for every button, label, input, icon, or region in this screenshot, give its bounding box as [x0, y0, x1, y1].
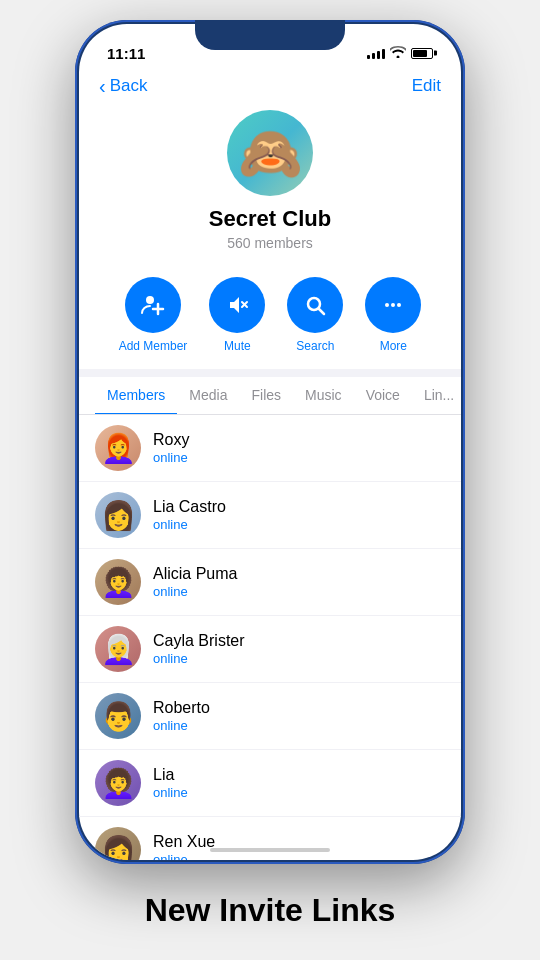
- group-members-count: 560 members: [227, 235, 313, 251]
- svg-point-8: [391, 303, 395, 307]
- list-item[interactable]: 👩‍🦰 Roxy online: [79, 415, 461, 482]
- member-name: Alicia Puma: [153, 565, 237, 583]
- mute-button[interactable]: Mute: [209, 277, 265, 353]
- phone-frame: 11:11: [75, 20, 465, 864]
- members-list: 👩‍🦰 Roxy online 👩 Lia Castro online 👩‍🦱 …: [79, 415, 461, 860]
- mute-circle: [209, 277, 265, 333]
- home-indicator: [210, 848, 330, 852]
- member-info: Ren Xue online: [153, 833, 215, 860]
- member-name: Cayla Brister: [153, 632, 245, 650]
- page-wrapper: 11:11: [0, 0, 540, 960]
- section-divider: [79, 369, 461, 377]
- member-avatar: 👩‍🦰: [95, 425, 141, 471]
- add-member-label: Add Member: [119, 339, 188, 353]
- more-button[interactable]: More: [365, 277, 421, 353]
- member-status: online: [153, 517, 226, 532]
- group-avatar: 🙈: [227, 110, 313, 196]
- member-name: Lia: [153, 766, 188, 784]
- member-name: Roxy: [153, 431, 189, 449]
- group-name: Secret Club: [209, 206, 331, 232]
- phone-inner: 11:11: [79, 24, 461, 860]
- action-buttons: Add Member Mute: [79, 267, 461, 369]
- page-headline: New Invite Links: [145, 892, 396, 929]
- add-member-circle: [125, 277, 181, 333]
- member-avatar: 👩: [95, 492, 141, 538]
- member-info: Cayla Brister online: [153, 632, 245, 666]
- list-item[interactable]: 👩‍🦱 Alicia Puma online: [79, 549, 461, 616]
- svg-point-0: [146, 296, 154, 304]
- svg-point-9: [397, 303, 401, 307]
- member-avatar: 👩‍🦱: [95, 760, 141, 806]
- svg-line-6: [319, 309, 324, 314]
- nav-bar: ‹ Back Edit: [79, 68, 461, 102]
- member-info: Roberto online: [153, 699, 210, 733]
- tab-members[interactable]: Members: [95, 377, 177, 415]
- member-info: Lia Castro online: [153, 498, 226, 532]
- member-name: Roberto: [153, 699, 210, 717]
- wifi-icon: [390, 46, 406, 61]
- member-status: online: [153, 785, 188, 800]
- back-chevron-icon: ‹: [99, 76, 106, 96]
- status-icons: [367, 46, 433, 61]
- member-name: Ren Xue: [153, 833, 215, 851]
- member-info: Alicia Puma online: [153, 565, 237, 599]
- list-item[interactable]: 👩 Ren Xue online: [79, 817, 461, 860]
- svg-point-7: [385, 303, 389, 307]
- tab-files[interactable]: Files: [240, 377, 294, 415]
- back-button[interactable]: ‹ Back: [99, 76, 147, 96]
- add-member-button[interactable]: Add Member: [119, 277, 188, 353]
- member-status: online: [153, 718, 210, 733]
- tabs-bar: Members Media Files Music Voice Lin...: [79, 377, 461, 415]
- mute-icon: [225, 293, 249, 317]
- tab-links[interactable]: Lin...: [412, 377, 461, 415]
- more-circle: [365, 277, 421, 333]
- tab-media[interactable]: Media: [177, 377, 239, 415]
- list-item[interactable]: 👩‍🦳 Cayla Brister online: [79, 616, 461, 683]
- group-avatar-emoji: 🙈: [238, 123, 303, 184]
- list-item[interactable]: 👨 Roberto online: [79, 683, 461, 750]
- search-button[interactable]: Search: [287, 277, 343, 353]
- tab-music[interactable]: Music: [293, 377, 354, 415]
- more-label: More: [380, 339, 407, 353]
- back-label: Back: [110, 76, 148, 96]
- member-status: online: [153, 584, 237, 599]
- member-info: Lia online: [153, 766, 188, 800]
- notch: [195, 20, 345, 50]
- member-info: Roxy online: [153, 431, 189, 465]
- mute-label: Mute: [224, 339, 251, 353]
- member-name: Lia Castro: [153, 498, 226, 516]
- more-icon: [381, 293, 405, 317]
- member-status: online: [153, 852, 215, 860]
- member-avatar: 👨: [95, 693, 141, 739]
- search-circle: [287, 277, 343, 333]
- list-item[interactable]: 👩‍🦱 Lia online: [79, 750, 461, 817]
- list-item[interactable]: 👩 Lia Castro online: [79, 482, 461, 549]
- tab-voice[interactable]: Voice: [354, 377, 412, 415]
- battery-icon: [411, 48, 433, 59]
- add-member-icon: [141, 293, 165, 317]
- status-time: 11:11: [107, 45, 145, 62]
- edit-button[interactable]: Edit: [412, 76, 441, 96]
- group-info: 🙈 Secret Club 560 members: [79, 102, 461, 267]
- search-action-icon: [303, 293, 327, 317]
- member-avatar: 👩: [95, 827, 141, 860]
- signal-bars-icon: [367, 47, 385, 59]
- member-status: online: [153, 651, 245, 666]
- member-avatar: 👩‍🦱: [95, 559, 141, 605]
- member-status: online: [153, 450, 189, 465]
- member-avatar: 👩‍🦳: [95, 626, 141, 672]
- search-label: Search: [296, 339, 334, 353]
